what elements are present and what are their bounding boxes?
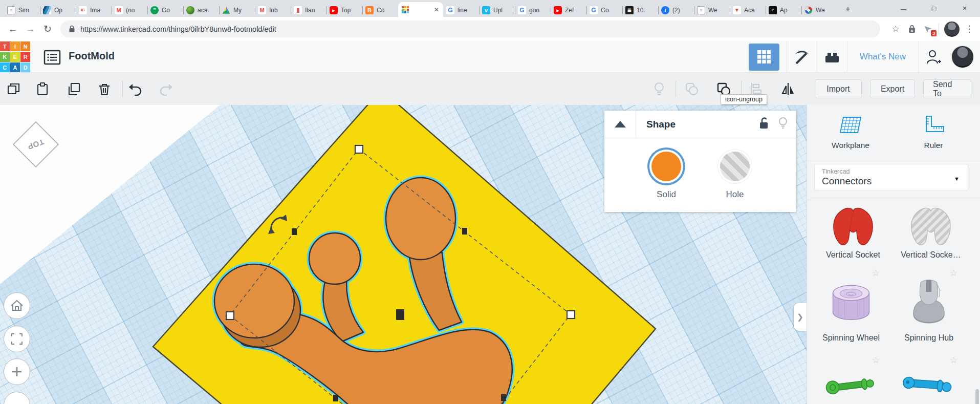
zoom-in-button[interactable] bbox=[4, 358, 30, 385]
browser-tab[interactable]: M(no bbox=[112, 4, 147, 17]
copy-button[interactable] bbox=[3, 78, 25, 100]
sidebar-collapse-handle[interactable]: ❯ bbox=[794, 303, 807, 331]
favorite-star-icon[interactable]: ☆ bbox=[872, 268, 880, 278]
ruler-tool[interactable]: Ruler bbox=[898, 114, 969, 150]
browser-tab[interactable]: Ggoo bbox=[515, 4, 551, 17]
unlock-icon[interactable] bbox=[758, 117, 770, 132]
browser-tab[interactable]: ▶Top bbox=[326, 4, 362, 17]
minimize-button[interactable]: — bbox=[888, 0, 919, 17]
show-all-bulb-button[interactable] bbox=[648, 78, 670, 100]
browser-tab[interactable]: vUpl bbox=[479, 4, 515, 17]
undo-button[interactable] bbox=[124, 78, 147, 100]
scale-handle-edge[interactable] bbox=[462, 228, 467, 235]
shape-panel-header: Shape bbox=[604, 111, 796, 138]
browser-tab[interactable]: ICIma bbox=[76, 4, 112, 17]
bookmark-star-icon[interactable]: ☆ bbox=[887, 24, 904, 34]
part-tile[interactable]: ☆ bbox=[893, 355, 965, 403]
browser-tab[interactable]: i*Ap bbox=[766, 4, 801, 17]
browser-tab[interactable]: Gline bbox=[443, 4, 479, 17]
browser-tab[interactable]: |||Ilan bbox=[291, 4, 326, 17]
extension-bag-icon[interactable]: a bbox=[904, 21, 920, 37]
export-button[interactable]: Export bbox=[870, 79, 915, 98]
browser-tab[interactable]: ▼Aca bbox=[730, 4, 766, 17]
mirror-button[interactable] bbox=[777, 78, 799, 100]
invite-person-icon[interactable] bbox=[919, 41, 948, 73]
part-tile[interactable]: Vertical Socket bbox=[817, 205, 889, 260]
solid-swatch[interactable] bbox=[651, 152, 681, 181]
browser-tab[interactable]: aca bbox=[183, 4, 219, 17]
browser-tab[interactable]: GGo bbox=[586, 4, 622, 17]
browser-tab[interactable]: MInb bbox=[255, 4, 291, 17]
maximize-button[interactable]: ▢ bbox=[919, 0, 949, 17]
browser-tab[interactable]: ≡We bbox=[694, 4, 730, 17]
browser-profile-avatar[interactable] bbox=[944, 22, 960, 37]
hole-label: Hole bbox=[726, 189, 744, 200]
new-tab-button[interactable]: + bbox=[840, 3, 856, 16]
right-toe-ellipse[interactable] bbox=[386, 178, 455, 260]
minecraft-pickaxe-icon[interactable] bbox=[787, 41, 817, 73]
import-button[interactable]: Import bbox=[815, 79, 862, 98]
redo-button[interactable] bbox=[155, 78, 177, 100]
browser-tab[interactable]: BCo bbox=[362, 4, 398, 17]
workplane-icon bbox=[838, 114, 863, 136]
logo-cell: E bbox=[10, 52, 20, 62]
favorite-star-icon[interactable]: ☆ bbox=[950, 355, 957, 365]
home-view-button[interactable] bbox=[4, 292, 30, 319]
browser-menu-icon[interactable]: ⋮ bbox=[963, 24, 976, 34]
reload-icon[interactable]: ↻ bbox=[39, 20, 56, 38]
browser-tab-active[interactable]: ✕ bbox=[398, 2, 443, 17]
doc-favicon: ≡ bbox=[7, 6, 15, 14]
back-icon[interactable]: ← bbox=[4, 20, 21, 38]
paste-button[interactable] bbox=[31, 78, 54, 100]
workplane-tool[interactable]: Workplane bbox=[815, 114, 886, 150]
account-avatar[interactable] bbox=[951, 46, 974, 68]
scrollbar-thumb[interactable] bbox=[975, 389, 979, 404]
tab-close-icon[interactable]: ✕ bbox=[433, 6, 440, 13]
brick-icon[interactable] bbox=[817, 41, 847, 73]
design-properties-button[interactable] bbox=[42, 49, 62, 66]
hole-swatch[interactable] bbox=[720, 152, 750, 181]
browser-tab[interactable]: My bbox=[219, 4, 255, 17]
middle-toe-sphere[interactable] bbox=[309, 233, 360, 284]
duplicate-button[interactable] bbox=[63, 78, 85, 100]
library-dropdown[interactable]: Tinkercad Connectors ▼ bbox=[814, 164, 968, 190]
browser-tab[interactable]: ≣10. bbox=[622, 4, 658, 17]
big-toe-top[interactable] bbox=[214, 264, 294, 338]
scale-handle-edge[interactable] bbox=[501, 394, 506, 401]
favorite-star-icon[interactable]: ☆ bbox=[950, 268, 957, 278]
browser-tab[interactable]: ≡Sim bbox=[4, 4, 40, 17]
forward-icon[interactable]: → bbox=[21, 20, 39, 38]
delete-button[interactable] bbox=[93, 78, 116, 100]
whats-new-link[interactable]: What's New bbox=[847, 52, 918, 62]
extension-pointer-icon[interactable]: 3 bbox=[920, 21, 937, 37]
part-tile[interactable]: ☆Spinning Hub bbox=[893, 268, 965, 343]
logo-cell: C bbox=[0, 62, 10, 72]
close-window-button[interactable]: ✕ bbox=[949, 0, 980, 17]
scale-handle-edge[interactable] bbox=[292, 228, 297, 235]
tab-label: 10. bbox=[637, 7, 645, 14]
browser-tab[interactable]: f(2) bbox=[658, 4, 694, 17]
tinkercad-logo[interactable]: TINKERCAD bbox=[0, 41, 30, 72]
dashboard-grid-button[interactable] bbox=[749, 44, 779, 71]
part-tile[interactable]: ☆Spinning Wheel bbox=[815, 268, 887, 343]
visibility-bulb-icon[interactable] bbox=[778, 117, 788, 132]
tab-label: We bbox=[708, 7, 717, 14]
part-tile[interactable]: Vertical Socke… bbox=[895, 205, 967, 260]
appblack-favicon: i* bbox=[769, 6, 777, 14]
browser-tab[interactable]: ▶Zef bbox=[551, 4, 586, 17]
height-handle-center[interactable] bbox=[396, 309, 404, 320]
panel-collapse-button[interactable] bbox=[604, 111, 636, 138]
fit-view-button[interactable] bbox=[4, 326, 30, 352]
group-button[interactable] bbox=[681, 78, 703, 100]
scale-handle-corner[interactable] bbox=[355, 145, 363, 153]
scale-handle-corner[interactable] bbox=[567, 311, 575, 318]
scale-handle-edge[interactable] bbox=[333, 395, 338, 401]
browser-tab[interactable]: ”Go bbox=[147, 4, 183, 17]
part-tile[interactable]: ☆ bbox=[815, 355, 887, 403]
send-to-button[interactable]: Send To bbox=[923, 79, 971, 98]
browser-tab[interactable]: We bbox=[801, 4, 837, 17]
address-bar[interactable]: https://www.tinkercad.com/things/0ilrbY8… bbox=[60, 20, 880, 37]
browser-tab[interactable]: Op bbox=[40, 4, 76, 17]
scale-handle-corner[interactable] bbox=[226, 312, 234, 320]
favorite-star-icon[interactable]: ☆ bbox=[872, 355, 880, 365]
